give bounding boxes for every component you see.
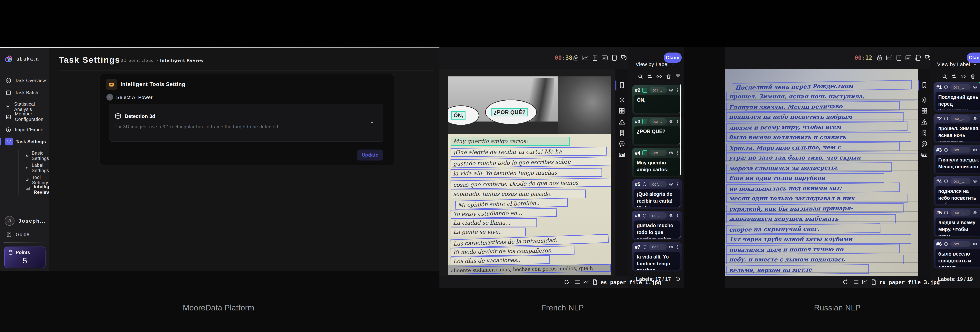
more-dots-icon[interactable] xyxy=(979,116,980,121)
notebook-icon[interactable] xyxy=(592,54,598,61)
label-card[interactable]: #5ocr_poly... людям и всему миру, чтобы … xyxy=(934,208,980,237)
chart-icon[interactable] xyxy=(862,279,868,285)
ocr-box-line[interactable]: La ciudad se llama... xyxy=(450,218,537,227)
label-text-input[interactable]: людям и всему миру, чтобы всем xyxy=(935,218,980,235)
eye-icon[interactable] xyxy=(972,85,977,90)
polygon-label-checkbox[interactable] xyxy=(642,182,647,187)
archive-icon[interactable] xyxy=(675,73,681,79)
sidebar-subitem-label-settings[interactable]: Label Settings xyxy=(25,163,51,173)
card-row-icon[interactable] xyxy=(618,151,625,158)
ocr-box-line[interactable]: украдкой, как бы вызывая принаря- xyxy=(726,203,904,214)
label-card[interactable]: #3ocr_poly... Глянули звезды. Месяц вели… xyxy=(934,145,980,175)
search-icon[interactable] xyxy=(942,73,947,79)
eye-icon[interactable] xyxy=(669,245,673,249)
info-icon[interactable] xyxy=(675,276,681,282)
sidebar-item-guide[interactable]: Guide xyxy=(6,231,29,238)
label-text-input[interactable]: было весело колядовать и славить xyxy=(935,249,980,267)
more-dots-icon[interactable] xyxy=(979,210,980,215)
ocr-box-line[interactable]: Христа. Морозило сильнее, чем с xyxy=(726,142,900,153)
more-dots-icon[interactable] xyxy=(979,242,980,246)
menu-icon[interactable] xyxy=(574,279,581,285)
ocr-box-line[interactable]: Еще ни одна толпа парубков xyxy=(726,173,885,183)
label-text-input[interactable]: прошел. Зимняя, ясная ночь наступила. xyxy=(935,124,980,141)
ocr-box-line[interactable]: la vida allí. Yo también tengo muchas xyxy=(450,168,602,178)
label-card[interactable]: #5ocr_poly... ¡Qué alegría de recibir tu… xyxy=(632,180,682,209)
label-text-input[interactable]: ¿POR QUÉ? xyxy=(634,126,680,145)
ocr-box-line[interactable]: Los días de vacaciones.. xyxy=(450,255,550,266)
ocr-box-line[interactable]: Mi opinión sobre el botellón.. xyxy=(455,198,568,210)
label-card[interactable]: #4ocr_recta... Muy querdio amigo carlos:… xyxy=(632,148,682,177)
menu-icon[interactable] xyxy=(853,279,859,285)
archive-icon[interactable] xyxy=(979,73,980,79)
eye-icon[interactable] xyxy=(669,88,673,92)
label-text-input[interactable]: Muy querdio amigo carlos: xyxy=(634,158,680,176)
ocr-box-line[interactable]: ведьма, верхом на метле. xyxy=(726,264,869,275)
label-card[interactable]: #1ocr_poly... Последний день перед Рожде… xyxy=(934,82,980,112)
resize-handle[interactable]: ⟋ xyxy=(678,235,681,240)
polygon-label-checkbox[interactable] xyxy=(944,85,948,90)
label-tag[interactable]: ocr_poly... xyxy=(950,210,970,216)
ocr-box-line[interactable]: La gente se vive.. xyxy=(450,227,526,237)
polygon-label-checkbox[interactable] xyxy=(642,213,647,218)
update-button[interactable]: Update xyxy=(357,149,383,160)
user-profile[interactable]: J Joseph... xyxy=(5,216,46,226)
label-text-input[interactable]: gustado mucho todo lo que escribes sobre xyxy=(634,221,680,238)
label-card[interactable]: #6ocr_poly... gustado mucho todo lo que … xyxy=(632,211,682,240)
label-text-input[interactable]: поднялся на небо посветить добрым xyxy=(935,186,980,204)
file-icon[interactable] xyxy=(871,279,877,285)
ocr-box-line[interactable]: El modo devivir de los compañeros. xyxy=(450,246,575,257)
eye-icon[interactable] xyxy=(656,73,662,79)
more-dots-icon[interactable] xyxy=(675,119,680,124)
file-icon[interactable] xyxy=(592,279,598,285)
gear-icon[interactable] xyxy=(618,97,625,103)
label-card[interactable]: #6ocr_poly... было весело колядовать и с… xyxy=(934,239,980,268)
sidebar-item-statistical-analysis[interactable]: Statistical Analysis xyxy=(5,102,49,112)
trash-icon[interactable] xyxy=(666,73,671,79)
ocr-box-line[interactable]: было весело колядовать и славить xyxy=(726,132,912,142)
ocr-box-line[interactable]: gustado mucho todo lo que escribes sobre xyxy=(450,157,611,168)
polygon-label-checkbox[interactable] xyxy=(944,116,948,121)
comments-icon[interactable] xyxy=(620,54,627,61)
ocr-box-line[interactable]: месяц один только заглядывал в них xyxy=(726,194,907,203)
ocr-box-line[interactable]: не показывалась под окнами хат; xyxy=(726,183,900,194)
eye-icon[interactable] xyxy=(669,119,673,124)
eye-icon[interactable] xyxy=(669,182,673,187)
refresh-icon[interactable] xyxy=(563,279,570,285)
notebook-icon[interactable] xyxy=(895,54,902,61)
chart-icon[interactable] xyxy=(582,54,589,61)
eye-icon[interactable] xyxy=(960,73,966,79)
label-tag[interactable]: ocr_poly... xyxy=(950,241,970,247)
label-card[interactable]: #2ocr_recta... ÓN,⟋ xyxy=(632,85,682,114)
label-text-input[interactable]: ¡Qué alegría de recibir tu carta! Me ha xyxy=(634,189,680,207)
ocr-box-line[interactable]: Muy querdio amigo carlos: xyxy=(450,137,570,146)
ai-power-select[interactable]: Detection 3d For 3D images, use a 3D rec… xyxy=(109,104,383,142)
ocr-box-line[interactable]: скорее на скрыпучий снег. xyxy=(726,223,880,234)
ocr-box-print-line[interactable]: almente sudamericanas, hechas con pocos … xyxy=(449,264,611,274)
list-card-icon[interactable] xyxy=(905,54,912,61)
label-tag[interactable]: ocr_recta... xyxy=(649,118,667,125)
label-tag[interactable]: ocr_poly... xyxy=(950,178,970,184)
ocr-box-line[interactable]: ¡Qué alegría de recibir tu carta! Me ha xyxy=(450,147,607,157)
warning-icon[interactable] xyxy=(618,118,625,125)
polygon-label-checkbox[interactable] xyxy=(944,210,948,215)
more-dots-icon[interactable] xyxy=(675,245,680,249)
more-dots-icon[interactable] xyxy=(979,148,980,152)
eye-icon[interactable] xyxy=(669,151,673,155)
eye-icon[interactable] xyxy=(972,116,977,121)
comment-icon[interactable] xyxy=(618,140,625,148)
sidebar-item-task-overview[interactable]: Task Overview xyxy=(5,78,46,84)
ocr-box-bubble-1[interactable]: ÓN, xyxy=(452,111,466,119)
view-by-label-dropdown[interactable]: View by Label xyxy=(636,61,676,67)
label-tag[interactable]: ocr_poly... xyxy=(950,116,970,122)
label-tag[interactable]: ocr_poly... xyxy=(649,244,667,250)
gear-icon[interactable] xyxy=(921,97,928,103)
polygon-label-checkbox[interactable] xyxy=(944,179,948,184)
ocr-box-line[interactable]: утра; но зато так было тихо, что скрып xyxy=(726,153,917,162)
sidebar-item-task-settings-active[interactable]: Task Settings xyxy=(0,137,49,146)
ocr-box-line[interactable]: мороза слышался за полверсты. xyxy=(726,162,892,173)
ocr-box-line[interactable]: separado, tantas cosas han pasado. xyxy=(450,189,586,199)
rect-label-checkbox[interactable] xyxy=(642,119,648,124)
trash-icon[interactable] xyxy=(970,73,976,79)
ocr-box-line[interactable]: прошел. Зимняя, ясная ночь наступила. xyxy=(726,92,915,101)
breadcrumb-parent[interactable]: 3D point cloud xyxy=(121,58,154,62)
